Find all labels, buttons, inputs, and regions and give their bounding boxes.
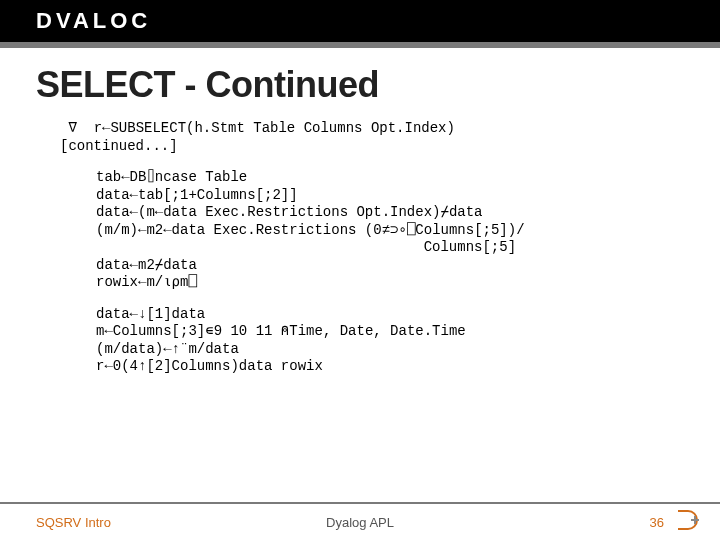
code-block-header: ∇ r←SUBSELECT(h.Stmt Table Columns Opt.I… — [60, 120, 684, 155]
footer-right: 36 — [650, 506, 702, 538]
page-number: 36 — [650, 515, 664, 530]
footer-left: SQSRV Intro — [36, 515, 111, 530]
brand-logo: DVALOC — [36, 8, 151, 34]
code-block-main: tab←DB⌷ncase Table data←tab[;1+Columns[;… — [96, 169, 684, 292]
slide-content: SELECT - Continued ∇ r←SUBSELECT(h.Stmt … — [0, 48, 720, 376]
slide-footer: SQSRV Intro Dyalog APL 36 — [0, 502, 720, 540]
code-block-tail: data←↓[1]data m←Columns[;3]∊9 10 11 ⍝Tim… — [96, 306, 684, 376]
slide-title: SELECT - Continued — [36, 64, 684, 106]
footer-center: Dyalog APL — [326, 515, 394, 530]
dyalog-icon — [674, 506, 702, 538]
top-bar: DVALOC — [0, 0, 720, 42]
svg-rect-1 — [691, 519, 699, 521]
slide: DVALOC SELECT - Continued ∇ r←SUBSELECT(… — [0, 0, 720, 540]
